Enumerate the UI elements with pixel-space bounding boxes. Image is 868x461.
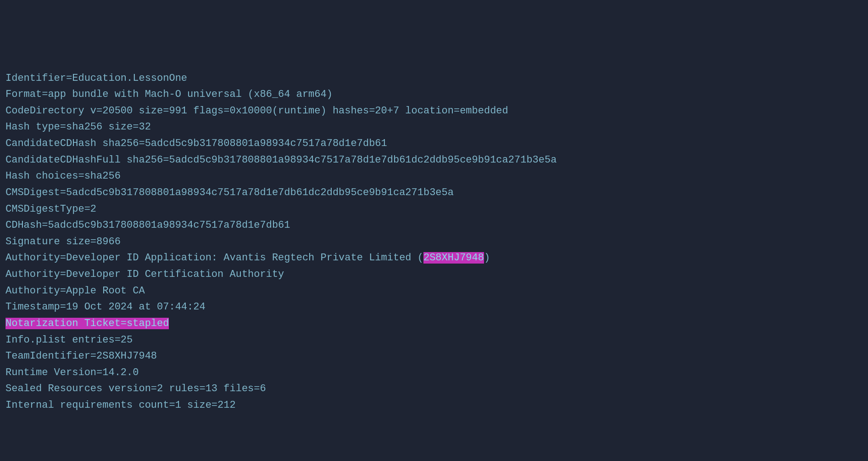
output-line-candidate-cdhash-full: CandidateCDHashFull sha256=5adcd5c9b3178… xyxy=(6,152,862,169)
output-line-hash-choices: Hash choices=sha256 xyxy=(6,168,862,185)
authority-suffix: ) xyxy=(484,252,490,264)
output-line-notarization: Notarization Ticket=stapled xyxy=(6,315,862,332)
output-line-authority-root: Authority=Apple Root CA xyxy=(6,283,862,299)
notarization-highlight: Notarization Ticket=stapled xyxy=(6,318,169,329)
output-line-sealed-resources: Sealed Resources version=2 rules=13 file… xyxy=(6,381,862,397)
output-line-team-identifier: TeamIdentifier=2S8XHJ7948 xyxy=(6,348,862,365)
output-line-runtime-version: Runtime Version=14.2.0 xyxy=(6,365,862,381)
output-line-signature-size: Signature size=8966 xyxy=(6,234,862,250)
output-line-authority-developer-id: Authority=Developer ID Application: Avan… xyxy=(6,250,862,266)
output-line-authority-cert: Authority=Developer ID Certification Aut… xyxy=(6,266,862,283)
output-line-codedirectory: CodeDirectory v=20500 size=991 flags=0x1… xyxy=(6,103,862,119)
terminal-output[interactable]: Identifier=Education.LessonOneFormat=app… xyxy=(6,70,862,414)
output-line-identifier: Identifier=Education.LessonOne xyxy=(6,70,862,87)
output-line-info-plist: Info.plist entries=25 xyxy=(6,332,862,349)
output-line-cms-digest: CMSDigest=5adcd5c9b317808801a98934c7517a… xyxy=(6,185,862,201)
output-line-internal-requirements: Internal requirements count=1 size=212 xyxy=(6,397,862,414)
output-line-hash-type: Hash type=sha256 size=32 xyxy=(6,119,862,135)
output-line-cdhash: CDHash=5adcd5c9b317808801a98934c7517a78d… xyxy=(6,217,862,234)
authority-prefix: Authority=Developer ID Application: Avan… xyxy=(6,252,423,264)
team-id-highlight: 2S8XHJ7948 xyxy=(423,252,484,264)
output-line-format: Format=app bundle with Mach-O universal … xyxy=(6,86,862,103)
output-line-timestamp: Timestamp=19 Oct 2024 at 07:44:24 xyxy=(6,299,862,315)
output-line-candidate-cdhash: CandidateCDHash sha256=5adcd5c9b31780880… xyxy=(6,135,862,152)
output-line-cms-digest-type: CMSDigestType=2 xyxy=(6,201,862,218)
